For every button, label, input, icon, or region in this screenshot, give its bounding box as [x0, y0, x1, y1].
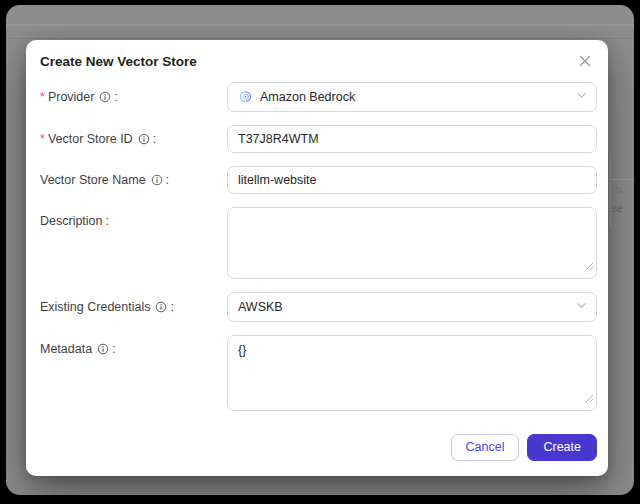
label-colon: :	[166, 172, 169, 188]
existing-credentials-label-text: Existing Credentials	[40, 299, 150, 315]
info-icon[interactable]	[138, 133, 150, 145]
background-table-row-line	[610, 179, 634, 180]
chevron-down-icon	[576, 90, 587, 104]
form-row-vector-store-id: * Vector Store ID :	[40, 125, 597, 153]
amazon-bedrock-logo-icon	[238, 90, 253, 105]
create-vector-store-modal: Create New Vector Store * Provider :	[26, 40, 608, 476]
label-colon: :	[112, 341, 115, 357]
provider-select-value: Amazon Bedrock	[260, 90, 355, 104]
background-table-fragment: ↑↓ se	[610, 153, 634, 229]
chevron-down-icon	[576, 300, 587, 314]
vector-store-id-label: * Vector Store ID :	[40, 131, 227, 147]
required-mark: *	[40, 89, 45, 105]
provider-label-text: Provider	[48, 89, 95, 105]
modal-title: Create New Vector Store	[40, 53, 597, 70]
background-partial-text: se	[612, 202, 623, 214]
required-mark: *	[40, 131, 45, 147]
provider-select[interactable]: Amazon Bedrock	[227, 82, 597, 112]
existing-credentials-select[interactable]: AWSKB	[227, 292, 597, 322]
existing-credentials-label: Existing Credentials :	[40, 299, 227, 315]
form-row-vector-store-name: Vector Store Name :	[40, 166, 597, 194]
description-textarea[interactable]	[227, 207, 597, 279]
vector-store-id-label-text: Vector Store ID	[48, 131, 133, 147]
form-row-description: Description :	[40, 207, 597, 279]
provider-label: * Provider :	[40, 89, 227, 105]
label-colon: :	[106, 213, 109, 229]
cancel-button[interactable]: Cancel	[451, 434, 520, 461]
vector-store-name-input[interactable]	[227, 166, 597, 194]
background-header-line	[6, 24, 634, 26]
info-icon[interactable]	[151, 174, 163, 186]
create-button[interactable]: Create	[527, 434, 597, 461]
modal-footer: Cancel Create	[40, 434, 597, 461]
info-icon[interactable]	[99, 91, 111, 103]
form-row-provider: * Provider : Amazon Be	[40, 82, 597, 112]
metadata-label-text: Metadata	[40, 341, 92, 357]
description-label-text: Description	[40, 213, 103, 229]
close-icon	[579, 55, 591, 67]
background-table-border	[610, 153, 611, 229]
vector-store-name-label-text: Vector Store Name	[40, 172, 146, 188]
vector-store-name-label: Vector Store Name :	[40, 172, 227, 188]
form-row-existing-credentials: Existing Credentials : AWSKB	[40, 292, 597, 322]
info-icon[interactable]	[97, 343, 109, 355]
info-icon[interactable]	[155, 301, 167, 313]
label-colon: :	[170, 299, 173, 315]
form-row-metadata: Metadata : {}	[40, 335, 597, 411]
background-header-line-2	[6, 38, 634, 39]
close-button[interactable]	[574, 50, 596, 72]
metadata-textarea[interactable]: {}	[227, 335, 597, 411]
vector-store-id-input[interactable]	[227, 125, 597, 153]
screen: ↑↓ se Create New Vector Store * Provider…	[0, 0, 640, 504]
existing-credentials-select-value: AWSKB	[238, 300, 283, 314]
metadata-label: Metadata :	[40, 335, 227, 357]
label-colon: :	[114, 89, 117, 105]
label-colon: :	[153, 131, 156, 147]
description-label: Description :	[40, 207, 227, 229]
sort-icon: ↑↓	[615, 184, 622, 195]
